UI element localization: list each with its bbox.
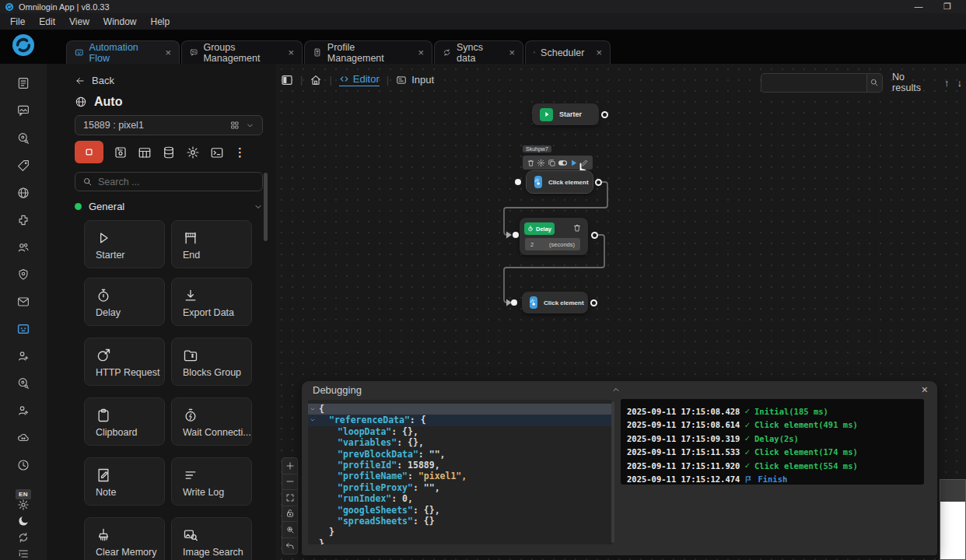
stop-button[interactable] xyxy=(75,141,103,163)
section-general[interactable]: General xyxy=(75,201,263,212)
node-delay[interactable]: Delay 2 (seconds) xyxy=(520,218,588,255)
restore-button[interactable]: ❐ xyxy=(936,0,959,12)
debug-json-viewer[interactable]: { "referenceData": { "loopData": {}, "va… xyxy=(308,400,613,544)
json-line[interactable]: "profileId": 15889, xyxy=(308,460,613,471)
rail-banner-icon[interactable] xyxy=(17,104,30,117)
json-line[interactable]: "profileProxy": "", xyxy=(308,482,613,493)
minimize-button[interactable]: — xyxy=(907,0,930,12)
gear-icon[interactable] xyxy=(537,159,545,167)
rail-automation-icon-active[interactable] xyxy=(16,322,30,336)
tab-close-icon[interactable]: × xyxy=(282,47,294,58)
tab-profile-management[interactable]: Profile Management × xyxy=(304,40,432,64)
block-clear-memory[interactable]: Clear Memory xyxy=(84,517,165,560)
toggle-on-icon[interactable] xyxy=(558,159,568,167)
block-starter[interactable]: Starter xyxy=(84,220,165,268)
block-note[interactable]: Note xyxy=(84,457,165,506)
json-line[interactable]: "spreadSheets": {} xyxy=(308,516,613,527)
block-blocks-group[interactable]: Blocks Group xyxy=(171,338,252,386)
zoom-out-button[interactable] xyxy=(282,474,297,491)
tab-close-icon[interactable]: × xyxy=(159,47,171,58)
json-line[interactable]: "variables": {}, xyxy=(308,437,613,448)
node-starter[interactable]: Starter xyxy=(532,103,599,125)
zoom-in-button[interactable] xyxy=(282,458,297,474)
language-badge[interactable]: EN xyxy=(16,485,31,499)
click1-input-port[interactable] xyxy=(515,179,521,185)
window-preview-thumbnail[interactable] xyxy=(940,479,966,560)
delete-icon[interactable] xyxy=(527,159,535,167)
rail-tag-icon[interactable] xyxy=(17,159,30,173)
tab-scheduler[interactable]: Scheduler × xyxy=(525,40,611,64)
json-line[interactable]: } xyxy=(308,527,613,537)
delay-pill[interactable]: Delay xyxy=(524,222,555,235)
rail-globe-icon[interactable] xyxy=(17,187,30,200)
tab-close-icon[interactable]: × xyxy=(502,47,515,58)
tab-groups-management[interactable]: Groups Management × xyxy=(181,40,303,64)
rail-disc-key-icon[interactable] xyxy=(17,132,30,145)
block-delay[interactable]: Delay xyxy=(84,278,165,326)
rail-clock-icon[interactable] xyxy=(17,459,30,472)
rail-add-user2-icon[interactable] xyxy=(17,404,30,418)
database-button[interactable] xyxy=(162,145,176,159)
rail-extensions-icon[interactable] xyxy=(17,214,30,227)
rail-add-user-icon[interactable] xyxy=(17,350,30,363)
save-button[interactable] xyxy=(114,145,128,159)
block-http-request[interactable]: HTTP Request xyxy=(84,338,165,386)
rail-cloud-icon[interactable] xyxy=(17,432,30,445)
json-scrollbar[interactable] xyxy=(611,401,614,543)
menu-help[interactable]: Help xyxy=(144,15,177,29)
json-line[interactable]: "referenceData": { xyxy=(308,415,613,425)
rail-refresh-icon[interactable] xyxy=(17,531,30,544)
blocks-search-input[interactable] xyxy=(98,177,238,187)
menu-view[interactable]: View xyxy=(62,15,96,29)
collapse-panel-icon[interactable] xyxy=(611,385,621,394)
delay-output-port[interactable] xyxy=(591,232,598,239)
rail-badge-icon[interactable] xyxy=(17,268,30,282)
click2-input-port[interactable] xyxy=(511,299,517,306)
settings-button[interactable] xyxy=(186,145,200,159)
back-button[interactable]: Back xyxy=(75,75,114,86)
block-clipboard[interactable]: Clipboard xyxy=(84,397,165,446)
profile-select[interactable]: 15889 : pixel1 xyxy=(75,115,263,135)
rail-theme-moon-icon[interactable] xyxy=(17,515,30,527)
panel-scrollbar[interactable] xyxy=(264,173,268,241)
tab-syncs-data[interactable]: Syncs data × xyxy=(434,40,523,64)
terminal-button[interactable] xyxy=(210,145,224,159)
close-debug-icon[interactable]: × xyxy=(922,383,928,396)
starter-output-port[interactable] xyxy=(601,111,608,118)
lock-button[interactable] xyxy=(282,506,297,523)
block-wait-connection[interactable]: Wait Connecti... xyxy=(171,397,252,446)
menu-file[interactable]: File xyxy=(3,15,32,29)
tab-close-icon[interactable]: × xyxy=(411,47,424,58)
undo-button[interactable] xyxy=(282,538,297,555)
json-line[interactable]: "runIndex": 0, xyxy=(308,493,613,504)
rail-team-icon[interactable] xyxy=(17,241,30,254)
debug-log-console[interactable]: 2025-09-11 17:15:08.428✓Initial(185 ms) … xyxy=(621,399,924,485)
delay-seconds-field[interactable]: 2 (seconds) xyxy=(525,238,580,250)
rail-notes-icon[interactable] xyxy=(17,77,30,90)
json-line[interactable]: "loopData": {}, xyxy=(308,426,613,437)
blocks-search[interactable] xyxy=(75,172,263,191)
json-line[interactable]: "prevBlockData": "", xyxy=(308,449,613,460)
table-button[interactable] xyxy=(138,145,152,159)
tab-close-icon[interactable]: × xyxy=(590,47,602,58)
zoom-settings-button[interactable] xyxy=(282,522,297,538)
json-line[interactable]: { xyxy=(308,404,613,415)
block-export-data[interactable]: Export Data xyxy=(171,278,252,326)
json-line[interactable]: "profileName": "pixel1", xyxy=(308,471,613,481)
tab-automation-flow[interactable]: Automation Flow × xyxy=(66,40,180,64)
click1-output-port[interactable] xyxy=(595,179,602,186)
rail-settings-icon[interactable] xyxy=(17,499,30,511)
fit-view-button[interactable] xyxy=(282,490,297,506)
json-line[interactable]: } xyxy=(308,538,613,544)
menu-window[interactable]: Window xyxy=(96,15,144,29)
menu-edit[interactable]: Edit xyxy=(32,15,62,29)
more-options-button[interactable]: ⋮ xyxy=(234,145,246,159)
click2-output-port[interactable] xyxy=(590,299,597,306)
delete-icon[interactable] xyxy=(572,223,582,233)
block-end[interactable]: End xyxy=(171,220,252,268)
duplicate-icon[interactable] xyxy=(548,159,556,167)
rail-mail-icon[interactable] xyxy=(17,296,30,309)
node-click-element-2[interactable]: Click element xyxy=(522,292,588,313)
delay-input-port[interactable] xyxy=(513,232,519,238)
block-image-search[interactable]: Image Search xyxy=(171,517,252,560)
